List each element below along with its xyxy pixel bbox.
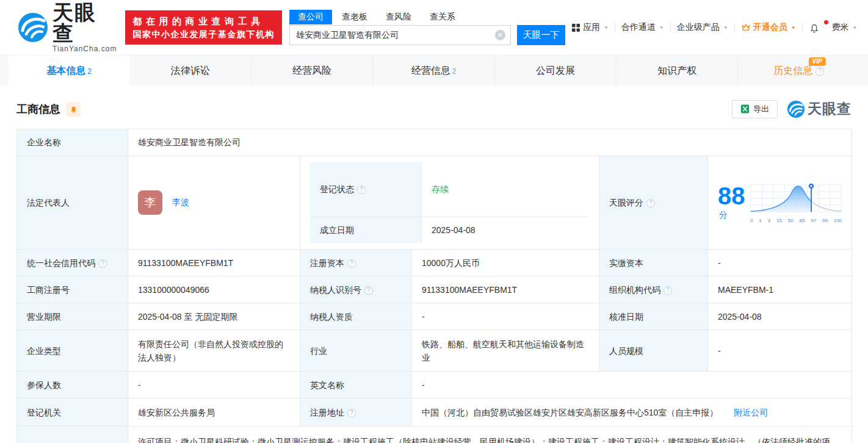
business-scope-value: 许可项目：微小卫星科研试验；微小卫星测运控服务；建设工程施工（除核电站建设经营、…	[128, 427, 852, 443]
tab-label: 知识产权	[657, 65, 696, 76]
search-input[interactable]	[289, 25, 511, 45]
score-label: 天眼评分?	[599, 156, 708, 250]
logo-domain: TianYanCha.com	[52, 45, 117, 53]
uscc-label: 统一社会信用代码?	[17, 250, 128, 276]
paid-capital-label: 实缴资本	[599, 250, 708, 276]
tab-count: 2	[452, 67, 457, 76]
nav-enterprise[interactable]: 企业级产品 ▼	[671, 22, 734, 33]
tab-label: 经营风险	[292, 65, 331, 76]
tab-business-info[interactable]: 经营信息2	[372, 56, 494, 86]
tianyancha-logo[interactable]: 天眼查 TianYanCha.com	[18, 2, 117, 53]
export-button[interactable]: 导出	[732, 100, 778, 118]
header: 天眼查 TianYanCha.com 都在用的商业查询工具 国家中小企业发展子基…	[0, 0, 868, 55]
org-code-value: MAEEYFBM-1	[708, 276, 852, 303]
help-icon[interactable]: ?	[664, 286, 672, 295]
business-term-label: 营业期限	[17, 303, 128, 330]
nav-user[interactable]: 费米 ▼	[826, 22, 864, 33]
nav-apps-label: 应用	[583, 22, 600, 33]
search-tab-company[interactable]: 查公司	[289, 10, 332, 24]
business-scope-label: 经营范围?	[17, 427, 128, 443]
staff-size-value: -	[708, 330, 852, 372]
tab-legal[interactable]: 法律诉讼	[129, 56, 250, 86]
company-type-label: 企业类型	[17, 330, 128, 372]
english-name-label: 英文名称	[300, 372, 412, 398]
reg-no-value: 133100000049066	[128, 276, 300, 303]
chevron-down-icon: ▼	[659, 25, 664, 31]
score-cell[interactable]: 88分	[708, 156, 852, 250]
score-value: 88分	[718, 184, 745, 222]
chevron-down-icon: ▼	[791, 25, 796, 31]
company-type-value: 有限责任公司（非自然人投资或控股的法人独资）	[128, 330, 300, 372]
help-icon[interactable]: ?	[347, 259, 356, 268]
help-icon[interactable]: ?	[347, 409, 356, 417]
help-icon[interactable]: ?	[646, 199, 655, 207]
nav-vip[interactable]: 开通会员 ▼	[735, 22, 802, 33]
approval-date-value: 2025-04-08	[708, 303, 852, 330]
nav-apps[interactable]: 应用 ▼	[565, 22, 615, 33]
table-row: 统一社会信用代码? 91133100MAEEYFBM1T 注册资本? 10000…	[17, 250, 852, 276]
table-row: 经营范围? 许可项目：微小卫星科研试验；微小卫星测运控服务；建设工程施工（除核电…	[17, 427, 852, 443]
watermark-swirl-icon	[787, 101, 805, 118]
tab-label: 经营信息	[411, 65, 450, 76]
table-row: 营业期限 2025-04-08 至 无固定期限 纳税人资质 - 核准日期 202…	[17, 303, 852, 330]
axis-tick: 100	[834, 218, 842, 223]
tab-label: 公司发展	[536, 65, 575, 76]
reg-authority-label: 登记机关	[17, 398, 128, 427]
section-title: 工商信息	[16, 102, 60, 117]
chevron-down-icon: ▼	[853, 25, 858, 31]
insured-value: -	[128, 372, 300, 398]
search-button[interactable]: 天眼一下	[517, 25, 565, 45]
legal-rep-cell: 李 李波	[128, 156, 300, 250]
score-axis: 0131550859799100	[750, 218, 842, 223]
nav-partner-label: 合作通道	[621, 22, 656, 33]
uscc-value: 91133100MAEEYFBM1T	[128, 250, 300, 276]
nav-enterprise-label: 企业级产品	[677, 22, 720, 33]
clear-search-icon[interactable]: ✕	[495, 30, 505, 40]
watermark-text: 天眼查	[808, 99, 852, 118]
avatar[interactable]: 李	[138, 190, 162, 215]
reg-capital-value: 10000万人民币	[412, 250, 599, 276]
chevron-down-icon: ▼	[604, 25, 609, 31]
reg-capital-label: 注册资本?	[300, 250, 412, 276]
nav-partner[interactable]: 合作通道 ▼	[615, 22, 670, 33]
search-tab-risk[interactable]: 查风险	[377, 10, 420, 24]
tab-intellectual-property[interactable]: 知识产权	[616, 56, 737, 86]
subscribe-bell-icon[interactable]	[66, 102, 81, 117]
taxpayer-quality-label: 纳税人资质	[300, 303, 412, 330]
axis-tick: 0	[750, 218, 753, 223]
address-cell: 中国（河北）自由贸易试验区雄安片区雄安高新区服务中心510室（自主申报） 附近公…	[412, 398, 852, 427]
slogan-line1: 都在用的商业查询工具	[132, 15, 275, 28]
axis-tick: 99	[822, 218, 828, 223]
org-code-label: 组织机构代码?	[599, 276, 708, 303]
tab-company-development[interactable]: 公司发展	[494, 56, 616, 86]
help-icon[interactable]: ?	[816, 67, 824, 76]
help-icon[interactable]: ?	[98, 259, 107, 268]
table-row: 法定代表人 李 李波 登记状态? 存续 成立日期 2025-04-08 天眼评分…	[17, 156, 852, 250]
table-row: 工商注册号 133100000049066 纳税人识别号? 91133100MA…	[17, 276, 852, 303]
axis-tick: 3	[768, 218, 770, 223]
business-info-table: 企业名称 雄安商业卫星智造有限公司 法定代表人 李 李波 登记状态? 存续 成立…	[16, 129, 852, 443]
status-date-nested-cell: 登记状态? 存续 成立日期 2025-04-08	[300, 156, 599, 250]
search-tab-relation[interactable]: 查关系	[421, 10, 464, 24]
nearby-companies-link[interactable]: 附近公司	[734, 408, 768, 417]
insured-label: 参保人数	[17, 372, 128, 398]
search-tab-boss[interactable]: 查老板	[333, 10, 376, 24]
excel-icon	[740, 104, 750, 113]
logo-swirl-icon	[18, 13, 48, 42]
tab-label: 历史信息	[773, 65, 812, 76]
help-icon[interactable]: ?	[364, 286, 373, 295]
export-label: 导出	[753, 104, 769, 115]
tab-basic-info[interactable]: 基本信息2	[9, 56, 129, 86]
address-value: 中国（河北）自由贸易试验区雄安片区雄安高新区服务中心510室（自主申报）	[422, 408, 718, 417]
tab-label: 法律诉讼	[171, 65, 210, 76]
logo-brand: 天眼查	[52, 2, 117, 43]
help-icon[interactable]: ?	[357, 185, 366, 194]
tab-history-info[interactable]: VIP 历史信息?	[738, 56, 859, 86]
table-row: 企业类型 有限责任公司（非自然人投资或控股的法人独资） 行业 铁路、船舶、航空航…	[17, 330, 852, 372]
bell-icon	[809, 22, 820, 33]
nav-notifications[interactable]	[803, 22, 826, 33]
taxpayer-id-label: 纳税人识别号?	[300, 276, 412, 303]
tab-operating-risk[interactable]: 经营风险	[251, 56, 372, 86]
table-row: 参保人数 - 英文名称 -	[17, 372, 852, 398]
legal-rep-link[interactable]: 李波	[172, 197, 189, 207]
